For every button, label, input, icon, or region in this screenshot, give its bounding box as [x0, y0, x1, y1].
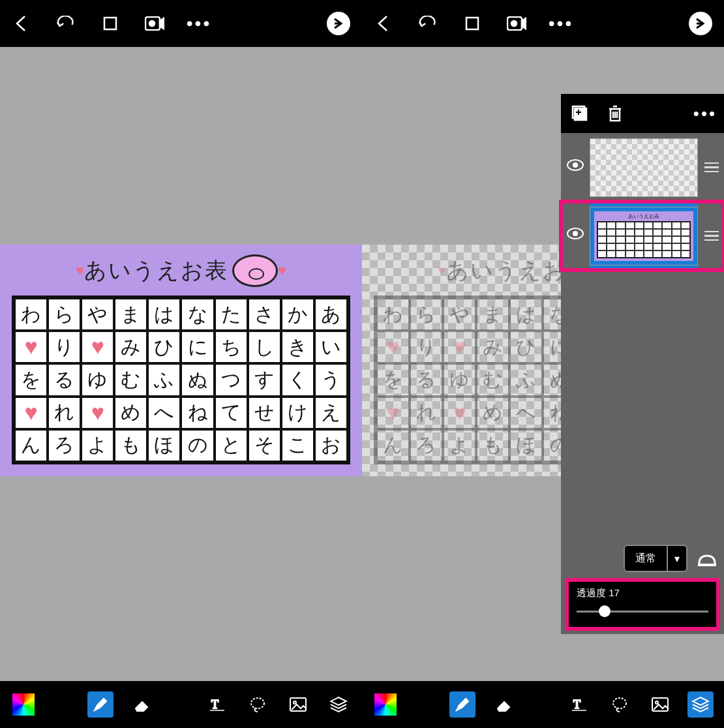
brush-icon[interactable] — [87, 691, 113, 718]
back-icon[interactable] — [12, 14, 31, 33]
chart-cell: れ — [48, 397, 81, 429]
chart-cell: ま — [476, 298, 509, 331]
chart-cell: ん — [376, 429, 410, 462]
chart-cell: ひ — [147, 331, 181, 363]
layers-icon[interactable] — [325, 691, 352, 718]
svg-point-29 — [573, 231, 578, 236]
chart-cell: え — [314, 397, 348, 429]
eraser-icon[interactable] — [490, 691, 516, 718]
chart-cell: き — [281, 331, 314, 363]
color-picker-icon[interactable] — [10, 691, 37, 718]
camera-icon[interactable] — [145, 14, 164, 33]
chart-cell: し — [248, 331, 281, 363]
clipping-mask-icon[interactable] — [694, 545, 720, 571]
eraser-icon[interactable] — [128, 691, 154, 718]
bottombar-left: T — [0, 681, 362, 728]
trash-icon[interactable] — [605, 104, 625, 123]
svg-text:T: T — [573, 698, 581, 711]
chart-cell: ♥ — [81, 397, 114, 429]
chart-cell: ♥ — [376, 397, 410, 429]
next-button[interactable] — [689, 12, 712, 35]
canvas-left[interactable]: ♥ あいうえお表 ♥ わらやまはなたさかあ♥り♥みひにちしきいをるゆむふぬつすく… — [0, 47, 362, 681]
layer-item-chart[interactable]: あいうえお表 — [561, 202, 724, 270]
chart-cell: は — [509, 298, 543, 331]
image-icon[interactable] — [285, 691, 311, 718]
chart-cell: ♥ — [443, 397, 476, 429]
layer-visibility-icon[interactable] — [566, 159, 584, 177]
chart-cell: へ — [509, 397, 543, 429]
chart-cell: の — [181, 429, 214, 462]
svg-point-27 — [573, 162, 578, 168]
chart-cell: め — [114, 397, 147, 429]
add-layer-icon[interactable] — [570, 104, 590, 123]
blend-mode-label: 通常 — [625, 552, 667, 566]
chart-cell: た — [215, 298, 248, 331]
chart-cell: ろ — [410, 429, 443, 462]
chart-cell: ら — [48, 298, 81, 331]
chart-cell: み — [476, 331, 509, 363]
hiragana-chart: ♥ あいうえお表 ♥ わらやまはなたさかあ♥り♥みひにちしきいをるゆむふぬつすく… — [0, 245, 362, 476]
chart-cell: ふ — [509, 363, 543, 396]
image-icon[interactable] — [647, 691, 673, 718]
layer-drag-handle[interactable] — [703, 162, 720, 173]
undo-icon[interactable] — [418, 14, 438, 33]
chart-cell: く — [281, 363, 314, 396]
chevron-down-icon[interactable]: ▾ — [667, 546, 686, 571]
more-icon[interactable]: ••• — [189, 14, 209, 33]
chart-cell: け — [281, 397, 314, 429]
chart-cell: ろ — [48, 429, 81, 462]
color-picker-icon[interactable] — [372, 691, 399, 718]
crop-icon[interactable] — [100, 14, 120, 33]
layer-more-icon[interactable]: ••• — [695, 104, 715, 123]
chart-cell: お — [314, 429, 348, 462]
more-icon[interactable]: ••• — [551, 14, 571, 33]
chart-cell: よ — [443, 429, 476, 462]
chart-cell: ほ — [147, 429, 181, 462]
chart-cell: め — [476, 397, 509, 429]
back-icon[interactable] — [374, 14, 393, 33]
opacity-slider[interactable] — [577, 605, 708, 618]
chart-cell: わ — [376, 298, 410, 331]
chart-cell: へ — [147, 397, 181, 429]
svg-rect-11 — [466, 18, 478, 29]
opacity-label: 透過度 17 — [577, 587, 708, 599]
layers-icon[interactable] — [687, 691, 714, 718]
chart-cell: は — [147, 298, 181, 331]
crop-icon[interactable] — [462, 14, 482, 33]
layer-thumbnail: あいうえお表 — [590, 207, 698, 265]
svg-point-9 — [294, 701, 296, 704]
blend-mode-select[interactable]: 通常 ▾ — [624, 545, 687, 572]
svg-point-7 — [251, 698, 264, 708]
chart-cell: ♥ — [14, 331, 48, 363]
lasso-icon[interactable] — [245, 691, 271, 718]
chart-cell: ゆ — [81, 363, 114, 396]
svg-marker-2 — [160, 18, 164, 29]
chart-cell: む — [476, 363, 509, 396]
layer-thumbnail — [590, 138, 698, 197]
chart-cell: も — [476, 429, 509, 462]
pig-icon — [232, 254, 278, 287]
svg-marker-36 — [693, 697, 708, 705]
chart-title: あいうえお表 — [84, 256, 228, 286]
brush-icon[interactable] — [449, 691, 475, 718]
chart-cell: と — [215, 429, 248, 462]
lasso-icon[interactable] — [607, 691, 633, 718]
next-button[interactable] — [327, 12, 350, 35]
layer-visibility-icon[interactable] — [566, 227, 584, 245]
undo-icon[interactable] — [56, 14, 76, 33]
camera-icon[interactable] — [507, 14, 526, 33]
chart-cell: う — [314, 363, 348, 396]
chart-cell: わ — [14, 298, 48, 331]
svg-point-14 — [511, 21, 517, 26]
svg-text:T: T — [211, 698, 219, 711]
chart-cell: さ — [248, 298, 281, 331]
svg-point-3 — [149, 21, 155, 26]
text-tool-icon[interactable]: T — [204, 691, 230, 718]
chart-cell: や — [443, 298, 476, 331]
canvas-right[interactable]: ♥ あいうえお表 ♥ わらやまはなたさかあ♥り♥みひにちしきいをるゆむふぬつすく… — [362, 47, 724, 681]
chart-cell: ♥ — [376, 331, 410, 363]
chart-cell: る — [48, 363, 81, 396]
text-tool-icon[interactable]: T — [566, 691, 592, 718]
layer-item-empty[interactable] — [561, 133, 724, 202]
layer-drag-handle[interactable] — [703, 231, 720, 241]
